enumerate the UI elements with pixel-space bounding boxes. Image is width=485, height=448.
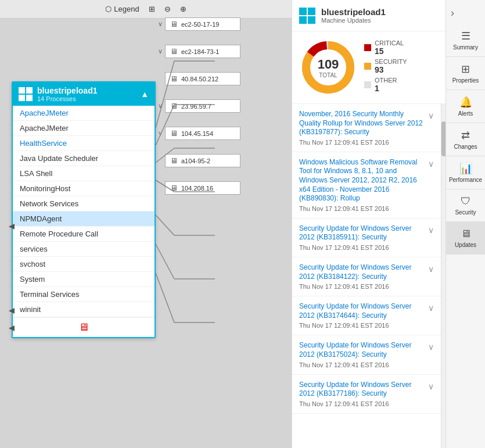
process-item[interactable]: services — [13, 242, 155, 257]
security-icon: 🛡 — [461, 195, 471, 207]
expand-icon[interactable]: ∨ — [156, 102, 165, 110]
monitor-icon: 🖥 — [170, 129, 178, 138]
legend-dot — [364, 63, 371, 70]
remote-node-box[interactable]: 🖥 ec2-184-73-1 — [165, 45, 240, 58]
zoom-in-icon[interactable]: ⊕ — [180, 5, 186, 13]
performance-label: Performance — [449, 177, 482, 183]
remote-node-row: ∨ 🖥 ec2-184-73-1 — [156, 45, 292, 58]
legend-count: 15 — [375, 46, 404, 56]
remote-node-box[interactable]: 🖥 104.45.154 — [165, 127, 240, 140]
update-chevron: ∨ — [428, 111, 434, 120]
update-chevron: ∨ — [428, 303, 434, 313]
topology-panel: ⬡ Legend ⊞ ⊖ ⊕ bluestripeload1 14 Proces… — [0, 0, 292, 448]
update-text: Security Update for Windows Server 2012 … — [299, 381, 426, 407]
zoom-out-icon[interactable]: ⊖ — [164, 5, 171, 13]
nav-expand-arrow[interactable]: › — [446, 2, 459, 24]
scrollbar-thumb[interactable] — [441, 121, 446, 156]
topology-toolbar: ⬡ Legend ⊞ ⊖ ⊕ — [0, 0, 292, 19]
process-item[interactable]: svchost — [13, 257, 155, 272]
expand-icon[interactable]: ∨ — [156, 20, 165, 28]
sidebar-item-properties[interactable]: ⊞ Properties — [446, 57, 485, 90]
legend-dot — [364, 81, 371, 88]
update-text: Security Update for Windows Server 2012 … — [299, 341, 426, 368]
remote-node-row: ∨ 🖥 ec2-50-17-19 — [156, 17, 292, 31]
process-item[interactable]: Terminal Services — [13, 287, 155, 302]
monitor-icon: 🖥 — [170, 184, 178, 192]
process-item[interactable]: System — [13, 272, 155, 287]
process-item[interactable]: wininit — [13, 302, 155, 317]
sidebar-item-alerts[interactable]: 🔔 Alerts — [446, 90, 485, 123]
legend-dot — [364, 44, 371, 51]
update-title: Security Update for Windows Server 2012 … — [299, 224, 426, 242]
update-date: Thu Nov 17 12:09:41 EST 2016 — [299, 244, 426, 251]
update-title: Security Update for Windows Server 2012 … — [299, 302, 426, 320]
update-date: Thu Nov 17 12:09:41 EST 2016 — [299, 283, 426, 290]
node-monitor-icon[interactable]: 🖥 — [78, 321, 89, 334]
process-item[interactable]: Java Update Scheduler — [13, 151, 155, 166]
process-item[interactable]: LSA Shell — [13, 166, 155, 181]
remote-node-row: ∨ 🖥 104.45.154 — [156, 127, 292, 140]
update-item[interactable]: Security Update for Windows Server 2012 … — [292, 218, 441, 257]
donut-total: 109 — [318, 57, 339, 72]
remote-node-id: a104-95-2 — [181, 157, 210, 164]
process-item[interactable]: Remote Procedure Call — [13, 227, 155, 242]
grid-icon[interactable]: ⊞ — [149, 5, 155, 13]
security-label: Security — [455, 209, 476, 216]
scrollbar-track[interactable] — [441, 104, 446, 448]
process-item[interactable]: HealthService — [13, 136, 155, 151]
remote-node-box[interactable]: 🖥 104.208.16 — [165, 181, 240, 195]
remote-node-box[interactable]: 🖥 23.96.59.7 — [165, 99, 240, 113]
detail-panel: bluestripeload1 Machine Updates 109 TOTA… — [292, 0, 446, 448]
donut-chart: 109 TOTAL — [299, 38, 357, 96]
remote-node-id: 104.208.16 — [181, 185, 213, 192]
update-date: Thu Nov 17 12:09:41 EST 2016 — [299, 322, 426, 329]
sidebar-item-summary[interactable]: ☰ Summary — [446, 24, 485, 57]
monitor-icon: 🖥 — [170, 20, 178, 28]
process-list: ApacheJMeterApacheJMeterHealthServiceJav… — [13, 106, 155, 317]
process-item[interactable]: Network Services — [13, 196, 155, 212]
process-item[interactable]: ApacheJMeter — [13, 121, 155, 136]
sidebar-nav: › ☰ Summary ⊞ Properties 🔔 Alerts ⇄ Chan… — [446, 0, 485, 448]
expand-icon[interactable]: ∨ — [156, 130, 165, 137]
update-item[interactable]: Security Update for Windows Server 2012 … — [292, 335, 441, 374]
remote-node-id: 23.96.59.7 — [181, 103, 211, 110]
collapse-button[interactable]: ▲ — [141, 89, 149, 99]
node-footer: 🖥 — [13, 317, 155, 337]
sidebar-item-changes[interactable]: ⇄ Changes — [446, 123, 485, 156]
expand-icon[interactable]: ∨ — [156, 48, 165, 55]
sidebar-item-security[interactable]: 🛡 Security — [446, 189, 485, 222]
monitor-icon: 🖥 — [170, 102, 178, 110]
node-hostname: bluestripeload1 — [37, 86, 97, 95]
legend-button[interactable]: ⬡ Legend — [105, 5, 139, 13]
sidebar-item-performance[interactable]: 📊 Performance — [446, 156, 485, 189]
detail-header-text: bluestripeload1 Machine Updates — [321, 7, 386, 24]
svg-line-8 — [156, 215, 174, 235]
remote-node-box[interactable]: 🖥 40.84.50.212 — [165, 72, 240, 85]
legend-item: SECURITY 93 — [364, 58, 407, 74]
summary-label: Summary — [453, 44, 478, 51]
update-date: Thu Nov 17 12:09:41 EST 2016 — [299, 361, 426, 368]
update-item[interactable]: November, 2016 Security Monthly Quality … — [292, 104, 441, 152]
update-date: Thu Nov 17 12:09:41 EST 2016 — [299, 205, 426, 212]
remote-node-id: 40.84.50.212 — [181, 76, 218, 83]
monitor-icon: 🖥 — [170, 47, 178, 56]
update-item[interactable]: Security Update for Windows Server 2012 … — [292, 257, 441, 296]
remote-node-row: 🖥 104.208.16 — [156, 181, 292, 195]
update-item[interactable]: Security Update for Windows Server 2012 … — [292, 375, 441, 414]
update-item[interactable]: Security Update for Windows Server 2012 … — [292, 296, 441, 335]
node-card-header: bluestripeload1 14 Processes ▲ — [13, 83, 155, 106]
changes-label: Changes — [454, 144, 477, 150]
remote-node-box[interactable]: 🖥 ec2-50-17-19 — [165, 17, 240, 31]
donut-center: 109 TOTAL — [318, 57, 339, 78]
remote-node-box[interactable]: 🖥 a104-95-2 — [165, 154, 240, 167]
legend-label-text: OTHER — [375, 77, 397, 84]
alerts-icon: 🔔 — [459, 96, 472, 109]
sidebar-item-updates[interactable]: 🖥 Updates — [446, 222, 485, 255]
changes-icon: ⇄ — [461, 129, 470, 142]
process-item[interactable]: ApacheJMeter — [13, 106, 155, 121]
process-item[interactable]: NPMDAgent — [13, 212, 155, 227]
chart-section: 109 TOTAL CRITICAL 15 SECURITY 93 OTHER … — [292, 31, 446, 104]
process-item[interactable]: MonitoringHost — [13, 181, 155, 196]
update-item[interactable]: Windows Malicious Software Removal Tool … — [292, 152, 441, 218]
svg-line-12 — [156, 273, 174, 322]
